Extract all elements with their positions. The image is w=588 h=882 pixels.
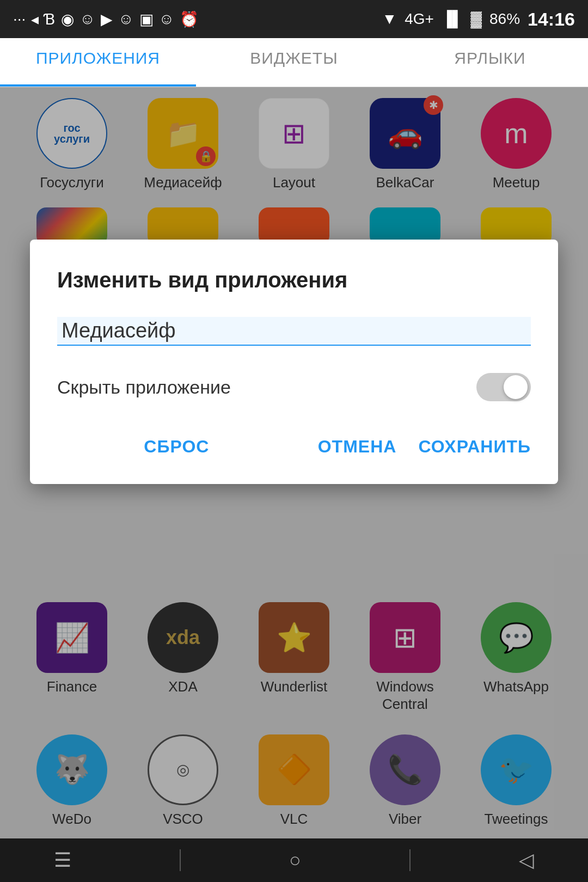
tab-widgets[interactable]: ВИДЖЕТЫ xyxy=(196,38,392,87)
app-name-input[interactable] xyxy=(57,317,531,346)
dialog-buttons: СБРОС ОТМЕНА СОХРАНИТЬ xyxy=(57,431,531,462)
nav-divider-2 xyxy=(409,849,411,871)
tab-apps[interactable]: ПРИЛОЖЕНИЯ xyxy=(0,38,196,87)
battery-icon: ▓ xyxy=(471,10,482,28)
hide-app-label: Скрыть приложение xyxy=(57,377,231,398)
nav-divider-1 xyxy=(180,849,181,871)
notification-dots: ··· xyxy=(13,10,26,28)
edit-app-dialog: Изменить вид приложения Скрыть приложени… xyxy=(30,240,558,484)
menu-button[interactable]: ☰ xyxy=(54,849,71,872)
back-arrow-icon: ◂ xyxy=(31,10,39,28)
dialog-title: Изменить вид приложения xyxy=(57,267,531,293)
battery-percent: 86% xyxy=(489,10,520,28)
tab-shortcuts[interactable]: ЯРЛЫКИ xyxy=(392,38,588,87)
alarm-icon: ⏰ xyxy=(180,10,199,28)
app-icon-1: Ɓ xyxy=(44,10,56,28)
hide-app-toggle[interactable] xyxy=(476,373,531,401)
signal-bars-icon: ▐▌ xyxy=(442,10,463,28)
home-button[interactable]: ○ xyxy=(289,849,301,872)
square-icon: ▣ xyxy=(139,10,154,28)
reset-button[interactable]: СБРОС xyxy=(57,431,296,462)
face-icon-3: ☺ xyxy=(159,10,175,28)
hide-app-toggle-row: Скрыть приложение xyxy=(57,373,531,401)
network-type: 4G+ xyxy=(405,10,434,28)
save-button[interactable]: СОХРАНИТЬ xyxy=(418,431,531,462)
face-icon-2: ☺ xyxy=(118,10,134,28)
bottom-navigation-bar: ☰ ○ ◁ xyxy=(0,838,588,882)
back-button[interactable]: ◁ xyxy=(519,849,534,872)
play-icon: ▶ xyxy=(101,10,113,28)
face-icon-1: ☺ xyxy=(79,10,95,28)
status-bar: ··· ◂ Ɓ ◉ ☺ ▶ ☺ ▣ ☺ ⏰ ▼ 4G+ ▐▌ ▓ 86% 14:… xyxy=(0,0,588,38)
status-bar-right: ▼ 4G+ ▐▌ ▓ 86% 14:16 xyxy=(382,9,575,30)
clock: 14:16 xyxy=(528,9,575,30)
cancel-button[interactable]: ОТМЕНА xyxy=(307,431,408,462)
wifi-icon: ▼ xyxy=(382,10,397,28)
rss-icon: ◉ xyxy=(61,10,74,28)
tab-bar: ПРИЛОЖЕНИЯ ВИДЖЕТЫ ЯРЛЫКИ xyxy=(0,38,588,87)
status-bar-left: ··· ◂ Ɓ ◉ ☺ ▶ ☺ ▣ ☺ ⏰ xyxy=(13,10,199,28)
